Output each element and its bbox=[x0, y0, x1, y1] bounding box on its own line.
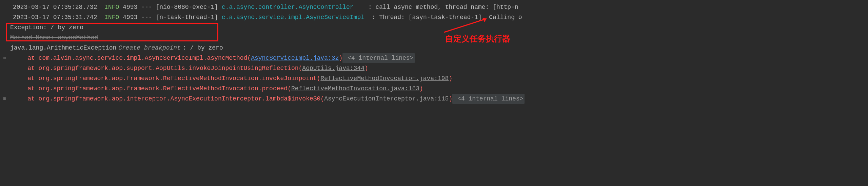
log-separator: --- bbox=[141, 12, 152, 22]
source-file-link[interactable]: AsyncExecutionInterceptor.java:115 bbox=[324, 94, 449, 104]
expand-icon[interactable]: ⊞ bbox=[0, 94, 9, 104]
log-level: INFO bbox=[104, 12, 119, 22]
source-file-link[interactable]: AsyncServiceImpl.java:32 bbox=[251, 53, 339, 63]
log-timestamp: 2023-03-17 07:35:31.742 bbox=[13, 12, 97, 22]
stack-text: at com.alvin.async.service.impl.AsyncSer… bbox=[13, 53, 251, 63]
log-thread: [n-task-thread-1] bbox=[156, 12, 218, 22]
log-colon: : bbox=[364, 2, 375, 12]
log-thread: [nio-8080-exec-1] bbox=[156, 2, 218, 12]
log-class: c.a.async.controller.AsyncController bbox=[222, 2, 364, 12]
stack-close: ) bbox=[449, 73, 452, 83]
exception-package: java.lang. bbox=[10, 43, 47, 53]
method-name-text: Method Name: asyncMethod bbox=[10, 33, 98, 43]
exception-class-link[interactable]: ArithmeticException bbox=[47, 43, 116, 53]
exception-message: Exception: / by zero bbox=[10, 22, 83, 33]
source-file-link[interactable]: AopUtils.java:344 bbox=[302, 63, 364, 73]
exception-header-line: java.lang.ArithmeticException Create bre… bbox=[0, 43, 868, 53]
create-breakpoint-button[interactable]: Create breakpoint bbox=[118, 43, 181, 53]
log-level: INFO bbox=[104, 2, 119, 12]
log-class: c.a.async.service.impl.AsyncServiceImpl bbox=[222, 12, 368, 22]
log-message: Thread: [asyn-task-thread-1], Calling o bbox=[379, 12, 522, 22]
log-pid: 4993 bbox=[123, 2, 137, 12]
stack-text: at org.springframework.aop.interceptor.A… bbox=[13, 94, 324, 104]
stack-text: at org.springframework.aop.framework.Ref… bbox=[13, 73, 320, 83]
exception-suffix: : / by zero bbox=[183, 43, 223, 53]
stack-text: at org.springframework.aop.support.AopUt… bbox=[13, 63, 302, 73]
log-line: 2023-03-17 07:35:28.732 INFO 4993 --- [n… bbox=[0, 2, 868, 12]
log-timestamp: 2023-03-17 07:35:28.732 bbox=[13, 2, 97, 12]
method-name-line: Method Name: asyncMethod bbox=[0, 33, 868, 43]
stack-frame: at org.springframework.aop.framework.Ref… bbox=[0, 83, 868, 94]
stack-text: at org.springframework.aop.framework.Ref… bbox=[13, 83, 291, 94]
stack-frame: ⊞ at org.springframework.aop.interceptor… bbox=[0, 94, 868, 104]
stack-frame: at org.springframework.aop.support.AopUt… bbox=[0, 63, 868, 73]
log-colon: : bbox=[368, 12, 379, 22]
internal-lines-badge[interactable]: <4 internal lines> bbox=[342, 53, 415, 63]
source-file-link[interactable]: ReflectiveMethodInvocation.java:163 bbox=[291, 83, 419, 94]
expand-icon[interactable]: ⊞ bbox=[0, 53, 9, 63]
source-file-link[interactable]: ReflectiveMethodInvocation.java:198 bbox=[320, 73, 449, 83]
stack-close: ) bbox=[449, 94, 452, 104]
internal-lines-badge[interactable]: <4 internal lines> bbox=[452, 94, 525, 104]
log-pid: 4993 bbox=[123, 12, 137, 22]
stack-close: ) bbox=[364, 63, 368, 73]
log-separator: --- bbox=[141, 2, 152, 12]
stack-close: ) bbox=[339, 53, 342, 63]
stack-frame: ⊞ at com.alvin.async.service.impl.AsyncS… bbox=[0, 53, 868, 63]
exception-message-line: Exception: / by zero bbox=[0, 22, 868, 33]
stack-close: ) bbox=[419, 83, 423, 94]
log-line: 2023-03-17 07:35:31.742 INFO 4993 --- [n… bbox=[0, 12, 868, 22]
log-message: call async method, thread name: [http-n bbox=[375, 2, 518, 12]
stack-frame: at org.springframework.aop.framework.Ref… bbox=[0, 73, 868, 83]
